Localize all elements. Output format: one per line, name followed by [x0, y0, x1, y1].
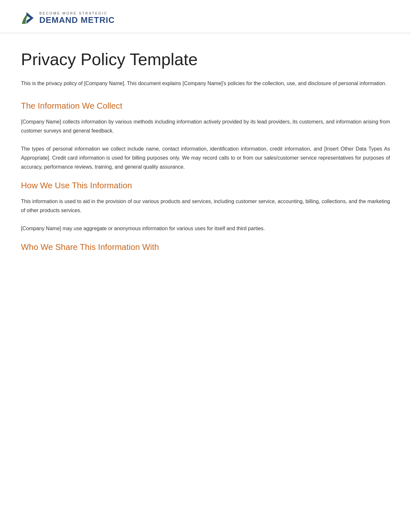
section-heading-use: How We Use This Information — [21, 181, 390, 191]
section-heading-collect: The Information We Collect — [21, 101, 390, 111]
section-use: How We Use This Information This informa… — [21, 181, 390, 233]
main-content: Privacy Policy Template This is the priv… — [0, 33, 411, 278]
section-heading-share: Who We Share This Information With — [21, 242, 390, 252]
logo-brand: Demand Metric — [39, 15, 115, 25]
logo-container: Become More Strategic Demand Metric — [19, 10, 115, 26]
logo-tagline: Become More Strategic — [39, 11, 115, 15]
header: Become More Strategic Demand Metric — [0, 0, 411, 33]
page-container: Become More Strategic Demand Metric Priv… — [0, 0, 411, 532]
logo-text: Become More Strategic Demand Metric — [39, 11, 115, 25]
section-use-para-2: [Company Name] may use aggregate or anon… — [21, 224, 390, 233]
section-collect: The Information We Collect [Company Name… — [21, 101, 390, 172]
section-collect-para-2: The types of personal information we col… — [21, 144, 390, 172]
section-use-para-1: This information is used to aid in the p… — [21, 197, 390, 215]
section-collect-para-1: [Company Name] collects information by v… — [21, 117, 390, 135]
section-share: Who We Share This Information With — [21, 242, 390, 252]
intro-paragraph: This is the privacy policy of [Company N… — [21, 79, 390, 88]
page-title: Privacy Policy Template — [21, 49, 390, 69]
logo-icon — [19, 10, 36, 26]
